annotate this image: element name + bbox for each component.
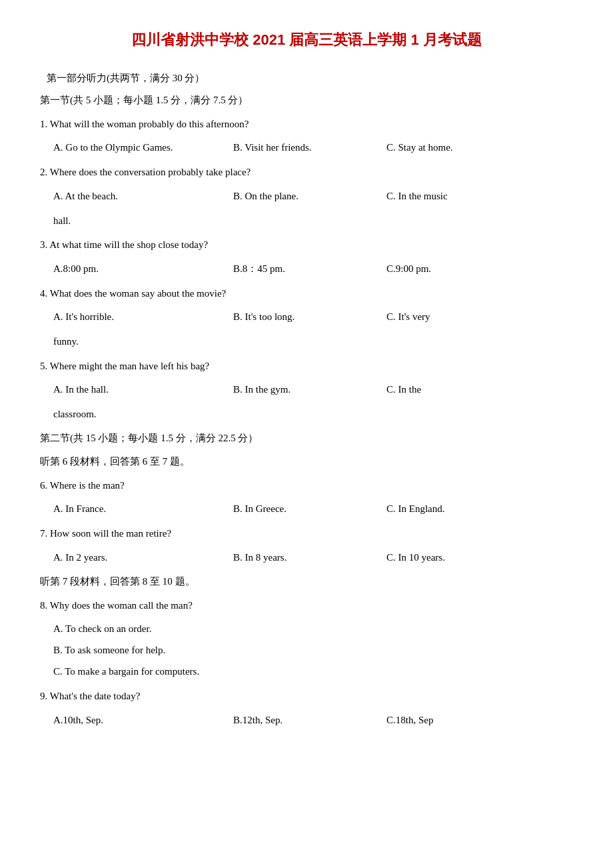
q2-options: A. At the beach. B. On the plane. C. In …	[53, 186, 573, 206]
section1-header: 第一节(共 5 小题；每小题 1.5 分，满分 7.5 分）	[40, 91, 573, 109]
q5-option-a: A. In the hall.	[53, 379, 233, 399]
q3-option-b: B.8：45 pm.	[233, 259, 386, 279]
question-7: 7. How soon will the man retire?	[40, 524, 573, 543]
part1-header: 第一部分听力(共两节，满分 30 分）	[47, 69, 573, 87]
question-4: 4. What does the woman say about the mov…	[40, 284, 573, 303]
question-6: 6. Where is the man?	[40, 476, 573, 495]
q9-option-a: A.10th, Sep.	[53, 710, 233, 730]
question-9: 9. What's the date today?	[40, 687, 573, 706]
page-title: 四川省射洪中学校 2021 届高三英语上学期 1 月考试题	[40, 27, 573, 53]
question-5: 5. Where might the man have left his bag…	[40, 357, 573, 376]
q8-option-c: C. To make a bargain for computers.	[53, 661, 573, 681]
q6-option-c: C. In England.	[386, 499, 573, 519]
q7-options: A. In 2 years. B. In 8 years. C. In 10 y…	[53, 547, 573, 567]
question-3: 3. At what time will the shop close toda…	[40, 235, 573, 255]
q3-option-c: C.9:00 pm.	[386, 259, 573, 279]
q1-option-c: C. Stay at home.	[386, 137, 573, 157]
q1-options: A. Go to the Olympic Games. B. Visit her…	[53, 137, 573, 157]
q2-wrap: hall.	[53, 211, 573, 231]
q4-option-b: B. It's too long.	[233, 307, 386, 327]
q9-option-c: C.18th, Sep	[386, 710, 573, 730]
q1-option-b: B. Visit her friends.	[233, 137, 386, 157]
material6-header: 听第 6 段材料，回答第 6 至 7 题。	[40, 453, 573, 471]
q5-option-b: B. In the gym.	[233, 379, 386, 399]
q6-option-a: A. In France.	[53, 499, 233, 519]
q5-option-c: C. In the	[386, 379, 573, 399]
q2-option-c: C. In the music	[386, 186, 573, 206]
q7-option-c: C. In 10 years.	[386, 547, 573, 567]
section2-header: 第二节(共 15 小题；每小题 1.5 分，满分 22.5 分）	[40, 429, 573, 447]
q3-option-a: A.8:00 pm.	[53, 259, 233, 279]
q8-options: A. To check on an order. B. To ask someo…	[53, 619, 573, 681]
q5-options: A. In the hall. B. In the gym. C. In the	[53, 379, 573, 399]
q2-option-a: A. At the beach.	[53, 186, 233, 206]
q3-options: A.8:00 pm. B.8：45 pm. C.9:00 pm.	[53, 259, 573, 279]
q7-option-b: B. In 8 years.	[233, 547, 386, 567]
q9-options: A.10th, Sep. B.12th, Sep. C.18th, Sep	[53, 710, 573, 730]
q4-options: A. It's horrible. B. It's too long. C. I…	[53, 307, 573, 327]
q4-option-a: A. It's horrible.	[53, 307, 233, 327]
q4-wrap: funny.	[53, 332, 573, 351]
q4-option-c: C. It's very	[386, 307, 573, 327]
q8-option-a: A. To check on an order.	[53, 619, 573, 639]
question-8: 8. Why does the woman call the man?	[40, 596, 573, 615]
question-2: 2. Where does the conversation probably …	[40, 163, 573, 182]
q5-wrap: classroom.	[53, 405, 573, 424]
q6-options: A. In France. B. In Greece. C. In Englan…	[53, 499, 573, 519]
q7-option-a: A. In 2 years.	[53, 547, 233, 567]
q2-option-b: B. On the plane.	[233, 186, 386, 206]
q6-option-b: B. In Greece.	[233, 499, 386, 519]
q1-option-a: A. Go to the Olympic Games.	[53, 137, 233, 157]
q9-option-b: B.12th, Sep.	[233, 710, 386, 730]
q8-option-b: B. To ask someone for help.	[53, 640, 573, 660]
material7-header: 听第 7 段材料，回答第 8 至 10 题。	[40, 573, 573, 591]
question-1: 1. What will the woman probably do this …	[40, 115, 573, 134]
